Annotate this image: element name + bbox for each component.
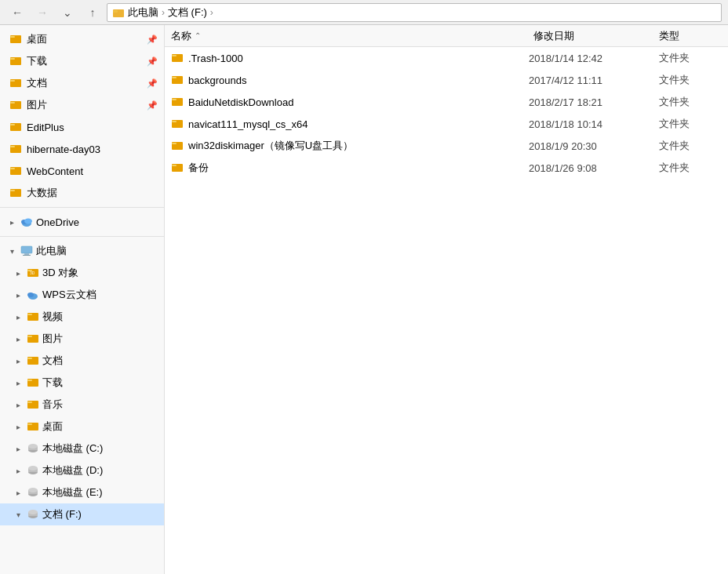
svg-rect-17: [10, 190, 15, 191]
file-type-win32: 文件夹: [659, 139, 722, 153]
sidebar-pictures-label: 图片: [27, 98, 47, 112]
sidebar-desktop-label: 桌面: [27, 32, 47, 46]
onedrive-arrow: ▸: [6, 216, 17, 227]
address-bar: 此电脑 › 文档 (F:) ›: [107, 3, 722, 22]
sort-arrow: ⌃: [195, 31, 201, 40]
desk-label: 桌面: [42, 420, 63, 434]
onedrive-icon: [20, 216, 33, 228]
diskf-label: 文档 (F:): [42, 507, 82, 521]
svg-point-20: [24, 219, 32, 224]
3d-arrow: ▸: [13, 267, 24, 278]
svg-rect-38: [27, 401, 32, 403]
backup-folder-icon: [171, 162, 184, 174]
back-button[interactable]: ←: [6, 2, 28, 24]
sidebar-item-downloads[interactable]: 下载 📌: [0, 50, 164, 72]
file-row-backgrounds[interactable]: backgrounds 2017/4/12 11:11 文件夹: [165, 69, 728, 91]
svg-rect-15: [10, 168, 15, 169]
address-sep2: ›: [210, 7, 213, 18]
sidebar-item-pictures[interactable]: 图片 📌: [0, 94, 164, 116]
svg-rect-5: [10, 58, 15, 60]
address-folder: 文档 (F:): [168, 5, 207, 20]
file-type-trash: 文件夹: [659, 51, 722, 65]
sidebar-item-thispc[interactable]: ▾ 此电脑: [0, 240, 164, 262]
title-bar: ← → ⌄ ↑ 此电脑 › 文档 (F:) ›: [0, 0, 728, 25]
downloads-folder-icon: [9, 55, 22, 67]
file-name-win32: win32diskimager（镜像写U盘工具）: [188, 139, 524, 153]
sidebar-item-diskd[interactable]: ▸ 本地磁盘 (D:): [0, 460, 164, 481]
music-arrow: ▸: [13, 399, 24, 410]
svg-point-46: [28, 466, 38, 470]
sidebar-item-desktop[interactable]: 桌面 📌: [0, 28, 164, 50]
file-row-trash[interactable]: .Trash-1000 2018/1/14 12:42 文件夹: [165, 47, 728, 69]
sidebar-editplus-label: EditPlus: [27, 122, 64, 133]
file-row-baidu[interactable]: BaiduNetdiskDownload 2018/2/17 18:21 文件夹: [165, 91, 728, 113]
svg-rect-36: [27, 380, 32, 381]
drive-icon: [112, 6, 125, 19]
pin-icon-documents: 📌: [147, 78, 158, 89]
diskc-label: 本地磁盘 (C:): [42, 441, 103, 456]
file-type-backgrounds: 文件夹: [659, 73, 722, 87]
sidebar-item-desk[interactable]: ▸ 桌面: [0, 416, 164, 438]
svg-point-43: [28, 444, 38, 449]
sidebar-item-bigdata[interactable]: 大数据: [0, 182, 164, 204]
sidebar-item-music[interactable]: ▸ 音乐: [0, 394, 164, 416]
col-name-header[interactable]: 名称 ⌃: [171, 29, 533, 43]
file-row-win32[interactable]: win32diskimager（镜像写U盘工具） 2018/1/9 20:30 …: [165, 135, 728, 157]
file-date-baidu: 2018/2/17 18:21: [529, 96, 654, 108]
sidebar-hibernate-label: hibernate-day03: [27, 144, 100, 155]
sidebar-item-3d[interactable]: ▸ 3D 3D 对象: [0, 262, 164, 284]
diskd-label: 本地磁盘 (D:): [42, 463, 103, 478]
forward-button[interactable]: →: [31, 2, 53, 24]
thispc-icon: [20, 245, 33, 257]
webcontent-folder-icon: [9, 165, 22, 177]
3d-folder-icon: 3D: [27, 267, 39, 279]
up-button[interactable]: ↑: [82, 2, 104, 24]
file-date-navicat: 2018/1/18 10:14: [529, 118, 654, 130]
diskf-arrow: ▾: [13, 509, 24, 520]
sidebar-item-editplus[interactable]: EditPlus: [0, 116, 164, 138]
col-date-header[interactable]: 修改日期: [533, 29, 659, 43]
sidebar-item-wps[interactable]: ▸ WPS云文档: [0, 284, 164, 306]
file-date-win32: 2018/1/9 20:30: [529, 140, 654, 152]
svg-rect-54: [172, 55, 177, 56]
sidebar-item-hibernate[interactable]: hibernate-day03: [0, 138, 164, 160]
video-arrow: ▸: [13, 311, 24, 322]
file-date-backup: 2018/1/26 9:08: [529, 162, 654, 174]
sidebar-item-webcontent[interactable]: WebContent: [0, 160, 164, 182]
sidebar-item-diske[interactable]: ▸ 本地磁盘 (E:): [0, 481, 164, 503]
sidebar-webcontent-label: WebContent: [27, 165, 83, 177]
file-date-trash: 2018/1/14 12:42: [529, 53, 654, 64]
pin-icon-desktop: 📌: [147, 35, 158, 45]
column-header: 名称 ⌃ 修改日期 类型: [165, 25, 728, 47]
svg-rect-62: [172, 143, 177, 144]
sidebar-item-diskf[interactable]: ▾ 文档 (F:): [0, 503, 164, 525]
pictures-folder-icon: [9, 99, 22, 111]
dl-arrow: ▸: [13, 377, 24, 388]
sidebar-item-documents[interactable]: 文档 📌: [0, 72, 164, 94]
documents-folder-icon: [9, 77, 22, 89]
file-type-baidu: 文件夹: [659, 95, 722, 109]
win32-folder-icon: [171, 140, 184, 152]
dl-folder-icon: [27, 376, 39, 389]
sidebar-item-pics[interactable]: ▸ 图片: [0, 328, 164, 350]
main-layout: 桌面 📌 下载 📌 文档 📌 图片 📌: [0, 25, 728, 574]
svg-text:3D: 3D: [30, 271, 35, 275]
dropdown-button[interactable]: ⌄: [56, 2, 78, 24]
file-list: .Trash-1000 2018/1/14 12:42 文件夹 backgrou…: [165, 47, 728, 574]
file-date-backgrounds: 2017/4/12 11:11: [529, 74, 654, 86]
sidebar-item-dl[interactable]: ▸ 下载: [0, 372, 164, 394]
file-row-navicat[interactable]: navicat111_mysql_cs_x64 2018/1/18 10:14 …: [165, 113, 728, 135]
col-type-header[interactable]: 类型: [659, 29, 722, 43]
sidebar-item-video[interactable]: ▸ 视频: [0, 306, 164, 328]
wps-arrow: ▸: [13, 289, 24, 300]
sidebar-item-docs[interactable]: ▸ 文档: [0, 350, 164, 372]
docs-label: 文档: [42, 354, 63, 368]
file-name-backup: 备份: [188, 161, 524, 175]
address-pc: 此电脑: [128, 5, 158, 20]
svg-rect-58: [172, 99, 177, 100]
col-name-label: 名称: [171, 29, 191, 43]
sidebar-item-diskc[interactable]: ▸ 本地磁盘 (C:): [0, 438, 164, 460]
svg-rect-3: [10, 36, 15, 38]
file-row-backup[interactable]: 备份 2018/1/26 9:08 文件夹: [165, 157, 728, 179]
sidebar-item-onedrive[interactable]: ▸ OneDrive: [0, 211, 164, 233]
